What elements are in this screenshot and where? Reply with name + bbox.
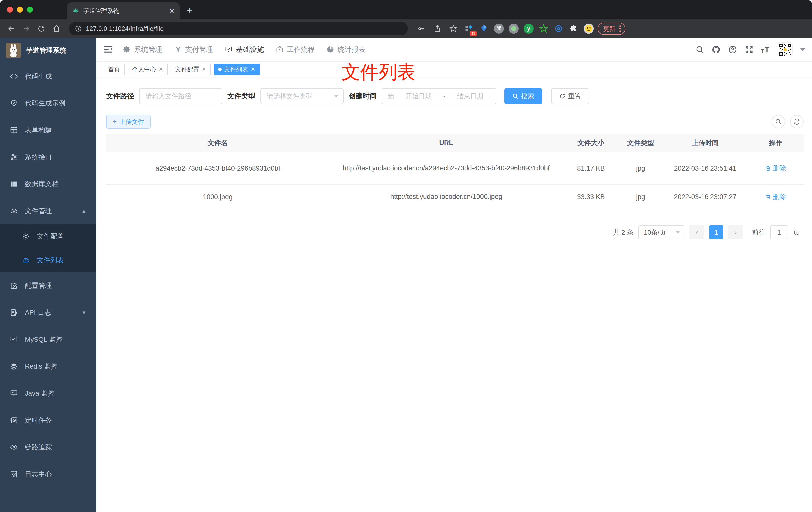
tag-label: 文件配置 — [175, 65, 199, 73]
table-row[interactable]: 1000.jpeg http://test.yudao.iocoder.cn/1… — [106, 185, 804, 209]
sidebar-item-form-builder[interactable]: 表单构建 — [0, 117, 96, 144]
sidebar-item-file-management[interactable]: 文件管理 ▲ — [0, 198, 96, 224]
browser-update-button[interactable]: 更新 — [598, 23, 626, 35]
cell-size: 81.17 KB — [563, 161, 619, 175]
active-tag-dot — [218, 67, 222, 71]
update-label: 更新 — [603, 25, 615, 33]
browser-menu-icon[interactable] — [619, 25, 621, 32]
tag-close-icon[interactable]: ✕ — [158, 66, 163, 72]
bookmark-star-icon[interactable] — [447, 22, 460, 35]
prev-page-button[interactable]: ‹ — [689, 225, 704, 239]
site-info-icon[interactable] — [75, 25, 82, 32]
new-tab-button[interactable]: + — [186, 5, 192, 16]
show-search-icon-button[interactable] — [772, 115, 785, 128]
upload-file-button[interactable]: + 上传文件 — [106, 115, 151, 129]
date-range-picker[interactable]: 开始日期 - 结束日期 — [382, 88, 496, 104]
search-button[interactable]: 搜索 — [504, 88, 542, 104]
back-icon[interactable] — [5, 22, 18, 35]
reload-icon[interactable] — [35, 22, 48, 35]
browser-tab[interactable]: 芋道管理系统 ✕ — [67, 2, 179, 20]
file-type-select[interactable]: 请选择文件类型 — [260, 88, 344, 104]
tag-profile[interactable]: 个人中心 ✕ — [128, 64, 168, 75]
tag-home[interactable]: 首页 — [104, 64, 125, 75]
sidebar-item-code-gen-example[interactable]: 代码生成示例 — [0, 90, 96, 117]
sidebar-item-mysql-monitor[interactable]: MySQL 监控 — [0, 326, 96, 353]
gear-icon — [123, 46, 131, 54]
home-icon[interactable] — [50, 22, 63, 35]
reset-button[interactable]: 重置 — [551, 88, 589, 104]
sidebar-item-file-config[interactable]: 文件配置 — [0, 224, 96, 248]
forward-icon[interactable] — [20, 22, 33, 35]
delete-button[interactable]: 删除 — [765, 164, 786, 173]
next-page-button[interactable]: › — [728, 225, 743, 239]
cell-size: 33.33 KB — [563, 190, 619, 204]
page-size-select[interactable]: 10条/页 — [638, 225, 684, 239]
top-nav: 系统管理 ¥ 支付管理 基础设施 工作流程 — [123, 45, 366, 54]
app-logo-row[interactable]: 芋道管理系统 — [0, 38, 96, 63]
top-nav-system[interactable]: 系统管理 — [123, 45, 162, 54]
refresh-table-button[interactable] — [790, 115, 804, 128]
url-bar[interactable]: 127.0.0.1:1024/infra/file/file — [69, 22, 408, 35]
minimize-window-button[interactable] — [17, 7, 23, 13]
help-icon[interactable] — [728, 45, 737, 54]
cell-actions: 删除 — [748, 161, 804, 176]
top-nav-infra[interactable]: 基础设施 — [225, 45, 264, 54]
tag-close-icon[interactable]: ✕ — [202, 66, 206, 72]
page-number-current[interactable]: 1 — [709, 225, 723, 239]
sidebar-item-config-management[interactable]: 配置管理 — [0, 272, 96, 299]
extension-eye-icon[interactable] — [553, 23, 564, 35]
avatar-caret-icon[interactable] — [800, 48, 805, 51]
sidebar-item-scheduled-tasks[interactable]: 定时任务 — [0, 407, 96, 434]
tag-file-list[interactable]: 文件列表 ✕ — [214, 64, 260, 75]
extension-y-icon[interactable]: y — [523, 23, 535, 35]
sidebar-item-system-api[interactable]: 系统接口 — [0, 144, 96, 171]
extension-star-icon[interactable] — [538, 23, 550, 35]
extension-green-dot-icon[interactable] — [508, 23, 520, 35]
delete-button[interactable]: 删除 — [765, 192, 786, 202]
tag-label: 首页 — [108, 65, 120, 73]
sidebar-item-java-monitor[interactable]: Java 监控 — [0, 380, 96, 407]
font-size-icon[interactable]: TT — [761, 45, 770, 54]
top-nav-label: 统计报表 — [338, 45, 366, 54]
sidebar-item-tracing[interactable]: 链路追踪 — [0, 434, 96, 461]
file-path-input[interactable] — [140, 92, 222, 100]
top-nav-workflow[interactable]: 工作流程 — [276, 45, 315, 54]
close-window-button[interactable] — [7, 7, 13, 13]
form-grid-icon — [10, 126, 18, 134]
tag-label: 文件列表 — [224, 65, 248, 73]
extension-command-icon[interactable]: ⌘ — [493, 23, 505, 35]
fullscreen-icon[interactable] — [745, 45, 754, 54]
sidebar-item-label: 代码生成示例 — [25, 99, 65, 108]
search-icon[interactable] — [695, 45, 704, 54]
github-icon[interactable] — [712, 45, 721, 54]
yen-icon: ¥ — [174, 46, 182, 54]
share-icon[interactable] — [431, 22, 444, 35]
sidebar-item-file-list[interactable]: 文件列表 — [0, 248, 96, 272]
tab-close-icon[interactable]: ✕ — [169, 7, 175, 15]
extension-grid-icon[interactable]: 11 — [463, 23, 475, 35]
top-nav-reports[interactable]: 统计报表 — [327, 45, 366, 54]
maximize-window-button[interactable] — [27, 7, 33, 13]
tag-close-icon[interactable]: ✕ — [251, 66, 255, 72]
profile-avatar-emoji[interactable] — [583, 23, 594, 35]
col-header-actions: 操作 — [748, 135, 804, 150]
extension-kite-icon[interactable] — [478, 23, 490, 35]
sidebar-fold-icon[interactable] — [103, 44, 114, 55]
tags-view-bar: 首页 个人中心 ✕ 文件配置 ✕ 文件列表 ✕ — [96, 62, 812, 77]
cell-type: jpg — [619, 161, 663, 175]
sidebar-item-code-gen[interactable]: 代码生成 — [0, 63, 96, 90]
top-nav-payment[interactable]: ¥ 支付管理 — [174, 45, 213, 54]
sidebar-item-log-center[interactable]: 日志中心 — [0, 461, 96, 488]
table-row[interactable]: a294ecb2-73dd-4353-bf40-296b8931d0bf htt… — [106, 152, 804, 185]
cell-type: jpg — [619, 190, 663, 204]
window-controls[interactable] — [0, 0, 40, 20]
avatar-qr-code[interactable] — [778, 42, 792, 57]
dashboard-pie-icon — [327, 46, 335, 54]
tag-file-config[interactable]: 文件配置 ✕ — [171, 64, 210, 75]
sidebar-item-redis-monitor[interactable]: Redis 监控 — [0, 353, 96, 380]
sidebar-item-db-doc[interactable]: 数据库文档 — [0, 171, 96, 198]
sidebar-item-api-log[interactable]: API 日志 ▼ — [0, 299, 96, 326]
password-key-icon[interactable] — [415, 22, 428, 35]
goto-page-input[interactable] — [770, 225, 788, 239]
extensions-puzzle-icon[interactable] — [568, 23, 580, 35]
